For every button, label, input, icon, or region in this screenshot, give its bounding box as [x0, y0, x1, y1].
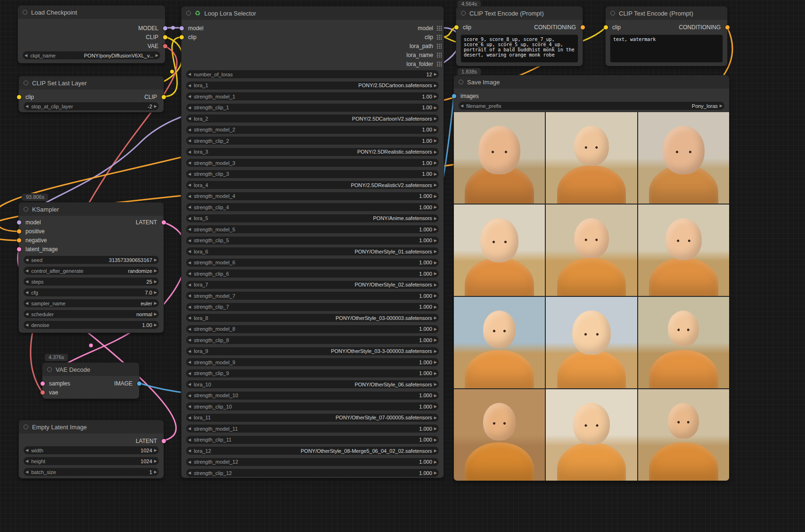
widget-decrement-arrow[interactable]: ◀ — [186, 294, 193, 298]
widget-decrement-arrow[interactable]: ◀ — [186, 338, 193, 342]
widget-decrement-arrow[interactable]: ◀ — [24, 104, 30, 108]
widget-strength_model_9[interactable]: ◀strength_model_91.000▶ — [186, 358, 439, 366]
widget-strength_model_3[interactable]: ◀strength_model_31.00▶ — [186, 159, 439, 167]
widget-increment-arrow[interactable]: ▶ — [432, 338, 439, 342]
widget-increment-arrow[interactable]: ▶ — [432, 194, 439, 198]
widget-increment-arrow[interactable]: ▶ — [432, 349, 439, 353]
widget-decrement-arrow[interactable]: ◀ — [186, 316, 193, 320]
node-title-bar[interactable]: Empty Latent Image — [19, 420, 164, 434]
widget-increment-arrow[interactable]: ▶ — [432, 238, 439, 243]
widget-increment-arrow[interactable]: ▶ — [432, 449, 439, 453]
widget-increment-arrow[interactable]: ▶ — [432, 316, 439, 320]
widget-decrement-arrow[interactable]: ◀ — [186, 128, 193, 132]
widget-decrement-arrow[interactable]: ◀ — [186, 139, 193, 143]
node-ksampler[interactable]: KSampler model LATENT positive negative … — [19, 203, 164, 333]
widget-increment-arrow[interactable]: ▶ — [432, 216, 439, 221]
widget-decrement-arrow[interactable]: ◀ — [186, 205, 193, 209]
node-vae-decode[interactable]: VAE Decode samples IMAGE vae — [42, 363, 139, 399]
collapse-dot-icon[interactable] — [459, 80, 463, 84]
node-title-bar[interactable]: Save Image — [454, 75, 729, 89]
widget-lora_10[interactable]: ◀lora_10PONY/OtherStyle_06.safetensors▶ — [186, 380, 439, 388]
widget-strength_clip_12[interactable]: ◀strength_clip_121.000▶ — [186, 469, 439, 477]
widget-denoise[interactable]: ◀denoise1.00▶ — [24, 321, 159, 329]
clip-input-port[interactable] — [454, 25, 459, 29]
node-load-checkpoint[interactable]: Load Checkpoint MODEL CLIP VAE ◀ckpt_nam… — [18, 6, 165, 63]
widget-decrement-arrow[interactable]: ◀ — [24, 312, 30, 316]
widget-decrement-arrow[interactable]: ◀ — [24, 279, 30, 284]
widget-decrement-arrow[interactable]: ◀ — [24, 258, 30, 262]
widget-strength_model_6[interactable]: ◀strength_model_61.000▶ — [186, 259, 439, 267]
widget-increment-arrow[interactable]: ▶ — [152, 459, 159, 463]
widget-steps[interactable]: ◀steps25▶ — [24, 278, 159, 286]
widget-increment-arrow[interactable]: ▶ — [432, 205, 439, 209]
widget-decrement-arrow[interactable]: ◀ — [24, 470, 30, 474]
widget-strength_clip_6[interactable]: ◀strength_clip_61.000▶ — [186, 270, 439, 278]
node-title-bar[interactable]: VAE Decode — [42, 363, 139, 376]
latent-output-port[interactable] — [162, 439, 166, 443]
widget-decrement-arrow[interactable]: ◀ — [186, 416, 193, 420]
widget-lora_8[interactable]: ◀lora_8PONY/OtherStyle_03-000003.safeten… — [186, 314, 439, 322]
widget-increment-arrow[interactable]: ▶ — [432, 128, 439, 132]
widget-decrement-arrow[interactable]: ◀ — [186, 438, 193, 442]
widget-strength_clip_10[interactable]: ◀strength_clip_101.000▶ — [186, 402, 439, 410]
widget-decrement-arrow[interactable]: ◀ — [186, 194, 193, 198]
widget-increment-arrow[interactable]: ▶ — [152, 448, 159, 452]
widget-strength_model_11[interactable]: ◀strength_model_111.000▶ — [186, 425, 439, 433]
widget-increment-arrow[interactable]: ▶ — [432, 294, 439, 298]
widget-strength_clip_1[interactable]: ◀strength_clip_11.00▶ — [186, 104, 439, 112]
widget-increment-arrow[interactable]: ▶ — [432, 261, 439, 265]
widget-decrement-arrow[interactable]: ◀ — [186, 393, 193, 398]
model-output-grid-port[interactable] — [436, 25, 442, 31]
model-input-port[interactable] — [180, 26, 184, 30]
widget-decrement-arrow[interactable]: ◀ — [186, 426, 193, 431]
widget-increment-arrow[interactable]: ▶ — [432, 139, 439, 143]
widget-increment-arrow[interactable]: ▶ — [432, 172, 439, 176]
prompt-text-input[interactable]: text, watermark — [610, 35, 723, 62]
widget-decrement-arrow[interactable]: ◀ — [186, 150, 193, 154]
widget-filename_prefix[interactable]: ◀filename_prefixPony_loras▶ — [459, 102, 724, 110]
widget-lora_1[interactable]: ◀lora_1PONY/2.5DCartoon.safetensors▶ — [186, 82, 439, 90]
widget-increment-arrow[interactable]: ▶ — [432, 327, 439, 331]
widget-decrement-arrow[interactable]: ◀ — [186, 106, 193, 110]
widget-strength_model_5[interactable]: ◀strength_model_51.000▶ — [186, 225, 439, 233]
widget-decrement-arrow[interactable]: ◀ — [186, 238, 193, 243]
widget-strength_clip_2[interactable]: ◀strength_clip_21.00▶ — [186, 137, 439, 145]
widget-strength_model_10[interactable]: ◀strength_model_101.000▶ — [186, 392, 439, 400]
node-title-bar[interactable]: CLIP Text Encode (Prompt) — [606, 7, 727, 20]
widget-decrement-arrow[interactable]: ◀ — [24, 269, 30, 273]
widget-increment-arrow[interactable]: ▶ — [432, 94, 439, 98]
collapse-dot-icon[interactable] — [24, 425, 28, 429]
widget-decrement-arrow[interactable]: ◀ — [186, 216, 193, 221]
clip-input-port[interactable] — [604, 25, 608, 29]
widget-decrement-arrow[interactable]: ◀ — [186, 382, 193, 386]
lora-name-output-grid-port[interactable] — [436, 52, 442, 58]
node-clip-text-encode-negative[interactable]: CLIP Text Encode (Prompt) clip CONDITION… — [606, 7, 727, 66]
image-output-port[interactable] — [137, 381, 141, 385]
widget-strength_clip_5[interactable]: ◀strength_clip_51.000▶ — [186, 237, 439, 245]
node-title-bar[interactable]: KSampler — [19, 203, 164, 216]
model-output-port[interactable] — [163, 26, 167, 30]
widget-seed[interactable]: ◀seed313573390653167▶ — [24, 256, 159, 264]
widget-strength_clip_11[interactable]: ◀strength_clip_111.000▶ — [186, 436, 439, 444]
widget-decrement-arrow[interactable]: ◀ — [186, 183, 193, 187]
latent-image-input-port[interactable] — [17, 247, 21, 251]
lora-folder-output-grid-port[interactable] — [436, 61, 442, 67]
widget-increment-arrow[interactable]: ▶ — [432, 72, 439, 76]
widget-lora_9[interactable]: ◀lora_9PONY/OtherStyle_03-3-000003.safet… — [186, 347, 439, 355]
widget-increment-arrow[interactable]: ▶ — [432, 227, 439, 231]
widget-increment-arrow[interactable]: ▶ — [432, 283, 439, 287]
widget-increment-arrow[interactable]: ▶ — [432, 183, 439, 187]
node-title-bar[interactable]: CLIP Text Encode (Prompt) — [456, 7, 583, 20]
widget-decrement-arrow[interactable]: ◀ — [24, 448, 30, 452]
widget-lora_5[interactable]: ◀lora_5PONY/Anime.safetensors▶ — [186, 214, 439, 222]
widget-lora_4[interactable]: ◀lora_4PONY/2.5DRealisticV2.safetensors▶ — [186, 181, 439, 189]
collapse-dot-icon[interactable] — [610, 11, 615, 16]
widget-increment-arrow[interactable]: ▶ — [432, 426, 439, 431]
widget-strength_model_7[interactable]: ◀strength_model_71.000▶ — [186, 292, 439, 300]
widget-increment-arrow[interactable]: ▶ — [432, 271, 439, 276]
widget-increment-arrow[interactable]: ▶ — [432, 371, 439, 376]
widget-increment-arrow[interactable]: ▶ — [432, 438, 439, 442]
widget-strength_model_12[interactable]: ◀strength_model_121.000▶ — [186, 458, 439, 466]
widget-decrement-arrow[interactable]: ◀ — [186, 449, 193, 453]
widget-decrement-arrow[interactable]: ◀ — [24, 290, 30, 295]
